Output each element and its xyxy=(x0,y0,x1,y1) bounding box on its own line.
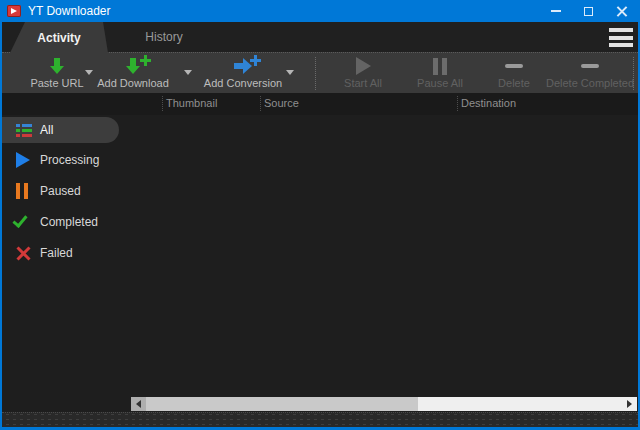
scroll-left-button[interactable] xyxy=(131,397,146,411)
green-down-arrow-icon xyxy=(48,57,66,75)
column-header-source[interactable]: Source xyxy=(264,97,299,109)
toolbar-separator xyxy=(315,57,316,90)
minimize-button[interactable] xyxy=(539,0,572,22)
delete-completed-button[interactable]: Delete Completed xyxy=(545,55,635,92)
completed-check-icon xyxy=(12,212,27,228)
column-separator xyxy=(260,96,261,111)
window-title: YT Downloader xyxy=(28,4,111,18)
processing-play-icon xyxy=(16,152,30,168)
sidebar-item-failed[interactable]: Failed xyxy=(2,240,128,266)
app-body: Activity History Paste URL Add Download … xyxy=(2,22,638,427)
column-header-destination[interactable]: Destination xyxy=(461,97,516,109)
start-all-button[interactable]: Start All xyxy=(328,55,398,92)
tab-activity[interactable]: Activity xyxy=(10,22,108,53)
sidebar-item-paused[interactable]: Paused xyxy=(2,178,128,204)
column-separator xyxy=(457,96,458,111)
tab-history[interactable]: History xyxy=(108,22,220,52)
minus-icon xyxy=(581,64,599,68)
status-bar xyxy=(2,412,638,427)
paste-url-dropdown-button[interactable] xyxy=(82,65,96,79)
pause-icon xyxy=(433,58,447,75)
scrollbar-thumb[interactable] xyxy=(146,397,418,411)
blue-right-arrow-plus-icon xyxy=(234,57,252,75)
play-icon xyxy=(356,57,371,75)
maximize-button[interactable] xyxy=(572,0,605,22)
pause-all-button[interactable]: Pause All xyxy=(405,55,475,92)
chevron-down-icon xyxy=(184,70,192,75)
tab-bar: Activity History xyxy=(2,22,638,52)
chevron-left-icon xyxy=(136,400,141,408)
hamburger-menu-icon[interactable] xyxy=(609,28,633,47)
sidebar-item-all[interactable]: All xyxy=(2,117,119,143)
minimize-icon xyxy=(551,10,561,12)
add-conversion-button[interactable]: Add Conversion xyxy=(210,55,276,92)
scrollbar-track[interactable] xyxy=(418,397,637,411)
horizontal-scrollbar[interactable] xyxy=(131,397,637,411)
all-filter-icon xyxy=(16,122,32,139)
paused-bars-icon xyxy=(16,183,28,199)
sidebar-item-processing[interactable]: Processing xyxy=(2,147,128,173)
close-icon xyxy=(616,6,627,17)
add-download-dropdown-button[interactable] xyxy=(181,65,195,79)
tab-activity-label: Activity xyxy=(37,31,80,45)
green-down-arrow-plus-icon xyxy=(124,57,142,75)
tab-history-label: History xyxy=(145,30,182,44)
add-conversion-dropdown-button[interactable] xyxy=(283,65,297,79)
chevron-down-icon xyxy=(85,70,93,75)
window-controls xyxy=(539,0,638,22)
delete-button[interactable]: Delete xyxy=(479,55,549,92)
add-download-button[interactable]: Add Download xyxy=(100,55,166,92)
minus-icon xyxy=(505,64,523,68)
list-header-row: Thumbnail Source Destination xyxy=(2,93,638,115)
failed-x-icon xyxy=(16,246,31,261)
column-separator xyxy=(162,96,163,111)
chevron-right-icon xyxy=(627,400,632,408)
close-button[interactable] xyxy=(605,0,638,22)
download-list-area: All Processing Paused Completed Failed xyxy=(2,115,638,412)
toolbar: Paste URL Add Download Add Conversion St… xyxy=(2,52,638,93)
app-window: YT Downloader Activity History Paste URL xyxy=(0,0,640,430)
app-logo-icon xyxy=(7,5,21,17)
toolbar-separator xyxy=(633,57,634,90)
paste-url-button[interactable]: Paste URL xyxy=(24,55,90,92)
scroll-right-button[interactable] xyxy=(622,397,637,411)
column-header-thumbnail[interactable]: Thumbnail xyxy=(166,97,217,109)
maximize-icon xyxy=(584,7,593,16)
sidebar-item-completed[interactable]: Completed xyxy=(2,209,128,235)
titlebar: YT Downloader xyxy=(0,0,640,22)
chevron-down-icon xyxy=(286,70,294,75)
